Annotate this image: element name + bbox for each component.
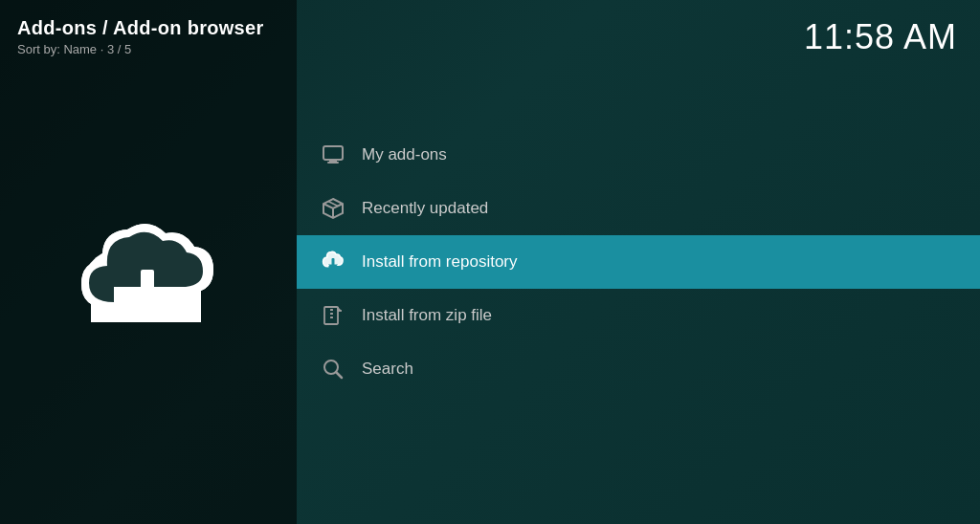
sidebar-header: Add-ons / Add-on browser Sort by: Name ·… bbox=[0, 0, 297, 62]
main-content: 11:58 AM TECHFOLLOWS My add-ons bbox=[297, 0, 980, 524]
sidebar: Add-ons / Add-on browser Sort by: Name ·… bbox=[0, 0, 297, 524]
svg-rect-10 bbox=[329, 160, 337, 162]
menu-item-recently-updated[interactable]: Recently updated bbox=[297, 182, 980, 235]
menu-item-install-from-zip-label: Install from zip file bbox=[362, 306, 492, 325]
svg-line-25 bbox=[336, 372, 342, 378]
menu-item-recently-updated-label: Recently updated bbox=[362, 199, 488, 218]
svg-marker-16 bbox=[328, 265, 338, 271]
svg-rect-23 bbox=[330, 317, 333, 318]
menu-item-my-addons-label: My add-ons bbox=[362, 145, 447, 164]
menu-item-search[interactable]: Search bbox=[297, 342, 980, 396]
menu-item-install-from-repository[interactable]: Install from repository bbox=[297, 235, 980, 289]
box-icon bbox=[320, 195, 346, 222]
svg-rect-21 bbox=[330, 309, 333, 311]
sidebar-icon-area bbox=[0, 62, 297, 524]
menu-item-search-label: Search bbox=[362, 360, 413, 379]
search-icon bbox=[320, 356, 346, 382]
svg-line-14 bbox=[328, 202, 338, 207]
svg-rect-22 bbox=[330, 313, 333, 315]
menu-item-install-from-zip[interactable]: Install from zip file bbox=[297, 289, 980, 342]
menu-item-install-from-repository-label: Install from repository bbox=[362, 252, 518, 272]
page-title: Add-ons / Add-on browser bbox=[17, 17, 279, 39]
svg-rect-11 bbox=[327, 162, 339, 164]
zip-icon bbox=[320, 302, 346, 329]
cloud-download-icon bbox=[72, 212, 225, 337]
menu-item-my-addons[interactable]: My add-ons bbox=[297, 128, 980, 182]
menu-list: My add-ons Recently updated bbox=[297, 128, 980, 396]
svg-rect-8 bbox=[124, 315, 170, 321]
time-display: 11:58 AM bbox=[804, 17, 957, 57]
page-subtitle: Sort by: Name · 3 / 5 bbox=[17, 42, 279, 56]
monitor-icon bbox=[320, 142, 346, 168]
repo-icon bbox=[320, 249, 346, 275]
svg-rect-9 bbox=[323, 146, 343, 160]
screen: Add-ons / Add-on browser Sort by: Name ·… bbox=[0, 0, 980, 524]
